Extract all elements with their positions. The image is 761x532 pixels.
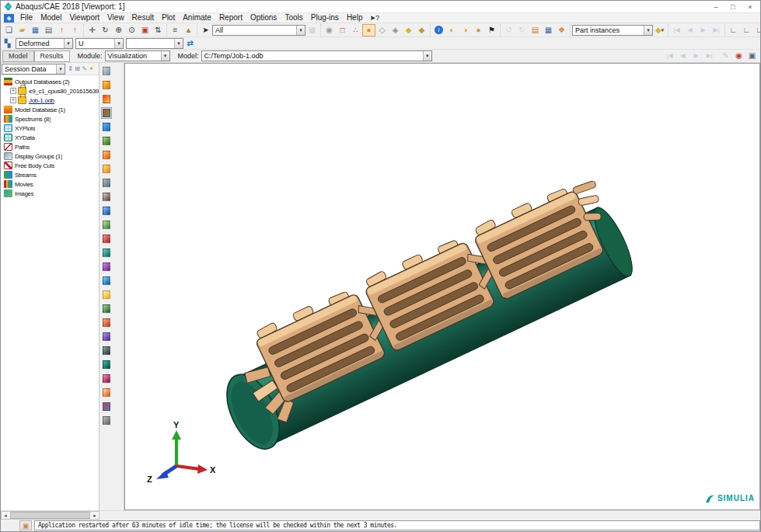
- tree-item[interactable]: + XYData: [1, 133, 99, 142]
- tree-item[interactable]: + Free Body Cuts: [1, 161, 99, 170]
- object-selector[interactable]: Part instances ▾: [572, 25, 653, 36]
- menu-tools[interactable]: Tools: [281, 13, 306, 23]
- display-group-icon[interactable]: [101, 387, 112, 398]
- view-top-icon[interactable]: ∟: [753, 24, 760, 37]
- next-frame-button[interactable]: ▶: [696, 24, 710, 37]
- shaded-cube-icon[interactable]: ◆: [402, 24, 415, 37]
- minimize-button[interactable]: –: [707, 2, 724, 12]
- menu-file[interactable]: File: [16, 13, 37, 23]
- open-folder-icon[interactable]: ▰: [16, 24, 29, 37]
- animation-options-icon[interactable]: [101, 331, 112, 342]
- xy-plot-icon[interactable]: [101, 359, 112, 370]
- render-shaded-icon[interactable]: ▲: [182, 24, 195, 37]
- undo-icon[interactable]: ↺: [502, 24, 515, 37]
- scroll-right-icon[interactable]: ▸: [91, 513, 99, 519]
- tip-lightbulb-icon[interactable]: ✶: [88, 64, 95, 74]
- viewport-annotation-icon[interactable]: [101, 415, 112, 426]
- plot-deformed-icon[interactable]: [101, 79, 112, 91]
- close-button[interactable]: ×: [742, 2, 759, 12]
- view-back-icon[interactable]: ∟: [740, 24, 753, 37]
- tree-expander-icon[interactable]: +: [10, 97, 16, 103]
- multiple-plot-states-icon[interactable]: [101, 177, 112, 189]
- view-front-icon[interactable]: ∟: [727, 24, 740, 37]
- previous-frame-button[interactable]: ◀: [683, 24, 696, 37]
- tree-item[interactable]: + Images: [1, 189, 99, 198]
- tab-results[interactable]: Results: [34, 50, 70, 62]
- render-beam-profiles-icon[interactable]: ≡: [169, 24, 182, 37]
- snapshot-camera-icon[interactable]: ▣: [745, 50, 759, 62]
- probe-icon[interactable]: ✎: [719, 50, 732, 62]
- plot-orientations-icon[interactable]: [101, 149, 112, 161]
- wireframe-cube-icon[interactable]: ◇: [375, 24, 389, 37]
- plot-options-icon[interactable]: [101, 191, 112, 203]
- field-output-icon[interactable]: [101, 373, 112, 384]
- probe-values-icon[interactable]: [101, 219, 112, 231]
- tree-item[interactable]: + Streams: [1, 170, 99, 179]
- xy-data-manager-icon[interactable]: [101, 345, 112, 356]
- tree-item[interactable]: + Spectrums (8): [1, 114, 99, 123]
- pan-view-icon[interactable]: ✛: [86, 24, 99, 37]
- plot-symbols-icon[interactable]: [101, 121, 112, 133]
- tree-item[interactable]: + Job-1.odb: [1, 96, 99, 105]
- first-frame-button[interactable]: |◀: [670, 24, 683, 37]
- last-frame-button[interactable]: ▶|: [710, 24, 723, 37]
- color-dot-icon[interactable]: ●: [472, 24, 485, 37]
- info-icon[interactable]: i: [432, 24, 445, 37]
- filled-cube-icon[interactable]: ◆: [415, 24, 428, 37]
- last-frame-button[interactable]: ▶|: [703, 50, 716, 62]
- save-display-options-icon[interactable]: ▦: [305, 24, 319, 37]
- model-select[interactable]: C:/Temp/Job-1.odb ▾: [201, 50, 432, 61]
- select-cursor-icon[interactable]: ➤: [199, 24, 212, 37]
- sidebar-scrollbar[interactable]: ◂ ▸: [1, 511, 99, 520]
- color-code-icon[interactable]: [101, 401, 112, 412]
- plot-contours-icon[interactable]: [101, 93, 112, 105]
- animate-time-history-icon[interactable]: [101, 303, 112, 315]
- stream-icon[interactable]: [101, 275, 112, 287]
- tree-item[interactable]: + Output Databases (2): [1, 77, 99, 86]
- tree-item[interactable]: + XYPlots: [1, 123, 99, 133]
- new-file-icon[interactable]: ❏: [2, 24, 16, 37]
- tree-item[interactable]: + e9_c1_cpus80_20161563998183.248.odb: [1, 86, 99, 96]
- view-cut-icon[interactable]: [101, 247, 112, 259]
- plot-symbols-deformed-icon[interactable]: [101, 135, 112, 147]
- next-frame-button[interactable]: ▶: [689, 50, 703, 62]
- menu-help[interactable]: Help: [343, 13, 367, 23]
- flag-icon[interactable]: ⚑: [485, 24, 498, 37]
- edit-selection-icon[interactable]: □: [336, 24, 349, 37]
- tree-expander-icon[interactable]: +: [10, 88, 16, 94]
- free-body-cut-icon[interactable]: [101, 261, 112, 273]
- menu-viewport[interactable]: Viewport: [65, 13, 103, 23]
- sort-icon[interactable]: ⇕: [67, 64, 74, 74]
- magnify-view-icon[interactable]: ⊕: [112, 24, 125, 37]
- cycle-views-icon[interactable]: ⇅: [152, 24, 165, 37]
- query-icon[interactable]: [101, 205, 112, 217]
- menu-model[interactable]: Model: [37, 13, 65, 23]
- context-help-icon[interactable]: ➤?: [366, 14, 382, 22]
- save-session-icon[interactable]: ↑: [55, 24, 68, 37]
- viewport-menu-icon[interactable]: ◈: [4, 14, 14, 23]
- tree-item[interactable]: + Paths: [1, 142, 99, 151]
- highlight-off-icon[interactable]: ◉: [323, 24, 336, 37]
- tab-model[interactable]: Model: [2, 50, 34, 62]
- plot-contours-deformed-icon[interactable]: [101, 107, 112, 119]
- print-icon[interactable]: ▤: [42, 24, 55, 37]
- load-session-icon[interactable]: ↑: [68, 24, 82, 37]
- animate-harmonic-icon[interactable]: [101, 317, 112, 329]
- selection-filter-select[interactable]: All ▾: [212, 25, 305, 36]
- previous-frame-button[interactable]: ◀: [676, 50, 689, 62]
- menu-animate[interactable]: Animate: [179, 13, 215, 23]
- spectrum-type-icon[interactable]: ◑: [459, 24, 472, 37]
- edit-annotations-icon[interactable]: ✎: [81, 64, 88, 74]
- animate-scale-factor-icon[interactable]: [101, 289, 112, 301]
- menu-plot[interactable]: Plot: [158, 13, 179, 23]
- scroll-left-icon[interactable]: ◂: [2, 513, 9, 519]
- blocks-icon[interactable]: ▤: [529, 24, 542, 37]
- redo-icon[interactable]: ↻: [515, 24, 529, 37]
- tree-item[interactable]: + Model Database (1): [1, 105, 99, 114]
- hiddenline-cube-icon[interactable]: ◈: [389, 24, 402, 37]
- module-select[interactable]: Visualization ▾: [105, 50, 170, 61]
- scrollbar-thumb[interactable]: [10, 512, 90, 519]
- plot-undeformed-icon[interactable]: [101, 65, 112, 77]
- expand-tree-icon[interactable]: ⊞: [74, 64, 81, 74]
- view-cube-menu-icon[interactable]: ◆▾: [653, 24, 666, 37]
